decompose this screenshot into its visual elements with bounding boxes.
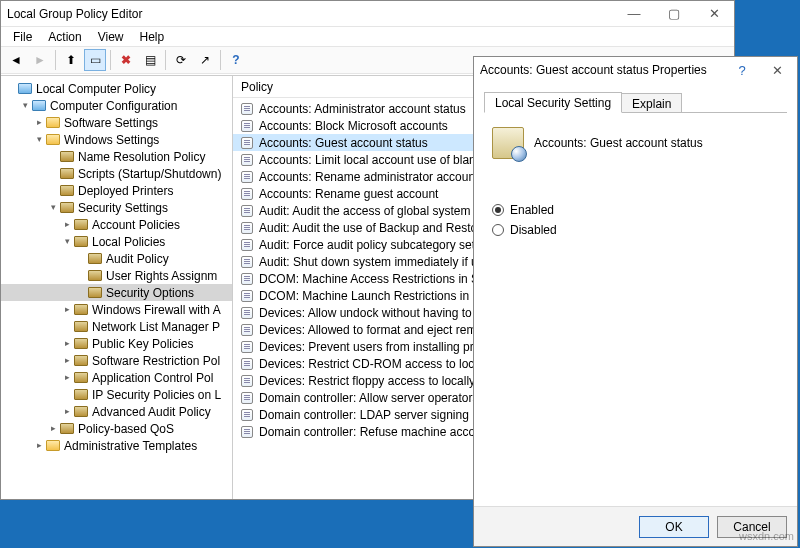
tree-item[interactable]: ▸Public Key Policies: [1, 335, 232, 352]
tree-item[interactable]: ▸Application Control Pol: [1, 369, 232, 386]
tree-item-label: Windows Firewall with A: [92, 303, 221, 317]
folder-icon: [73, 235, 89, 249]
tree-twist-icon[interactable]: ▸: [61, 356, 73, 365]
tree-item[interactable]: ▸Policy-based QoS: [1, 420, 232, 437]
tree-item-label: Network List Manager P: [92, 320, 220, 334]
policy-row-label: Domain controller: LDAP server signing r…: [259, 408, 483, 422]
cancel-button[interactable]: Cancel: [717, 516, 787, 538]
tab-local-security-setting[interactable]: Local Security Setting: [484, 92, 622, 113]
help-button[interactable]: ?: [225, 49, 247, 71]
tree-item[interactable]: IP Security Policies on L: [1, 386, 232, 403]
tree-item[interactable]: Local Computer Policy: [1, 80, 232, 97]
policy-item-icon: [239, 255, 255, 269]
policy-item-icon: [239, 119, 255, 133]
tree-item-label: Software Restriction Pol: [92, 354, 220, 368]
tree-twist-icon[interactable]: ▸: [61, 339, 73, 348]
policy-row-label: Accounts: Rename guest account: [259, 187, 438, 201]
tree-item-label: Application Control Pol: [92, 371, 213, 385]
tree-item[interactable]: ▸Software Restriction Pol: [1, 352, 232, 369]
tree-pane[interactable]: Local Computer Policy▾Computer Configura…: [1, 76, 233, 499]
dialog-help-button[interactable]: ?: [727, 59, 757, 81]
delete-button[interactable]: ✖: [115, 49, 137, 71]
tree-item[interactable]: ▸Software Settings: [1, 114, 232, 131]
app-title: Local Group Policy Editor: [7, 7, 142, 21]
tree-item-label: Software Settings: [64, 116, 158, 130]
policy-row-label: Accounts: Rename administrator account: [259, 170, 478, 184]
tree-item[interactable]: ▸Administrative Templates: [1, 437, 232, 454]
folder-icon: [73, 405, 89, 419]
folder-icon: [73, 337, 89, 351]
tree-item-label: Local Policies: [92, 235, 165, 249]
tree-item[interactable]: ▸Windows Firewall with A: [1, 301, 232, 318]
policy-item-icon: [239, 102, 255, 116]
radio-enabled-indicator: [492, 204, 504, 216]
ok-button[interactable]: OK: [639, 516, 709, 538]
tree-item[interactable]: ▾Local Policies: [1, 233, 232, 250]
tree-item[interactable]: Audit Policy: [1, 250, 232, 267]
tree-item[interactable]: Network List Manager P: [1, 318, 232, 335]
tree-twist-icon[interactable]: ▾: [47, 203, 59, 212]
tree-twist-icon[interactable]: ▸: [61, 373, 73, 382]
tree-item-label: Security Options: [106, 286, 194, 300]
show-tree-button[interactable]: ▭: [84, 49, 106, 71]
menubar: File Action View Help: [1, 26, 734, 46]
policy-item-icon: [239, 272, 255, 286]
back-button[interactable]: ◄: [5, 49, 27, 71]
tree-item-label: Administrative Templates: [64, 439, 197, 453]
dialog-tabstrip: Local Security Setting Explain: [484, 91, 787, 113]
policy-item-icon: [239, 340, 255, 354]
refresh-button[interactable]: ⟳: [170, 49, 192, 71]
tree-item[interactable]: ▸Advanced Audit Policy: [1, 403, 232, 420]
menu-help[interactable]: Help: [132, 28, 173, 46]
tree-item[interactable]: Deployed Printers: [1, 182, 232, 199]
tab-explain[interactable]: Explain: [621, 93, 682, 112]
tree-twist-icon[interactable]: ▸: [61, 305, 73, 314]
close-button[interactable]: ✕: [694, 3, 734, 25]
folder-icon: [17, 82, 33, 96]
tree-item[interactable]: Name Resolution Policy: [1, 148, 232, 165]
policy-item-icon: [239, 408, 255, 422]
tree-twist-icon[interactable]: ▾: [61, 237, 73, 246]
policy-row-label: Devices: Allowed to format and eject rem: [259, 323, 476, 337]
tree-item[interactable]: Scripts (Startup/Shutdown): [1, 165, 232, 182]
main-titlebar: Local Group Policy Editor — ▢ ✕: [1, 1, 734, 26]
up-button[interactable]: ⬆: [60, 49, 82, 71]
policy-item-icon: [239, 391, 255, 405]
folder-icon: [73, 388, 89, 402]
policy-row-label: DCOM: Machine Launch Restrictions in S: [259, 289, 480, 303]
dialog-close-button[interactable]: ✕: [757, 59, 797, 81]
tree-item[interactable]: ▸Account Policies: [1, 216, 232, 233]
tree-twist-icon[interactable]: ▸: [47, 424, 59, 433]
tree-twist-icon[interactable]: ▸: [33, 441, 45, 450]
tree-twist-icon[interactable]: ▸: [61, 407, 73, 416]
tree-item[interactable]: ▾Windows Settings: [1, 131, 232, 148]
menu-action[interactable]: Action: [40, 28, 89, 46]
folder-icon: [31, 99, 47, 113]
menu-view[interactable]: View: [90, 28, 132, 46]
tree-item-label: Account Policies: [92, 218, 180, 232]
tree-twist-icon[interactable]: ▾: [19, 101, 31, 110]
tree-item[interactable]: Security Options: [1, 284, 232, 301]
policy-row-label: Audit: Audit the access of global system…: [259, 204, 480, 218]
radio-enabled[interactable]: Enabled: [492, 203, 779, 217]
tree-item[interactable]: User Rights Assignm: [1, 267, 232, 284]
maximize-button[interactable]: ▢: [654, 3, 694, 25]
minimize-button[interactable]: —: [614, 3, 654, 25]
tree-item[interactable]: ▾Computer Configuration: [1, 97, 232, 114]
fwd-button[interactable]: ►: [29, 49, 51, 71]
export-button[interactable]: ↗: [194, 49, 216, 71]
dialog-title: Accounts: Guest account status Propertie…: [480, 63, 707, 77]
tree-twist-icon[interactable]: ▸: [61, 220, 73, 229]
policy-item-icon: [239, 187, 255, 201]
tree-twist-icon[interactable]: ▸: [33, 118, 45, 127]
tree-item-label: Windows Settings: [64, 133, 159, 147]
dialog-footer: OK Cancel: [474, 506, 797, 546]
policy-row-label: Devices: Restrict CD-ROM access to local…: [259, 357, 486, 371]
tree-item[interactable]: ▾Security Settings: [1, 199, 232, 216]
tree-twist-icon[interactable]: ▾: [33, 135, 45, 144]
radio-disabled[interactable]: Disabled: [492, 223, 779, 237]
menu-file[interactable]: File: [5, 28, 40, 46]
properties-button[interactable]: ▤: [139, 49, 161, 71]
folder-icon: [45, 133, 61, 147]
folder-icon: [59, 167, 75, 181]
